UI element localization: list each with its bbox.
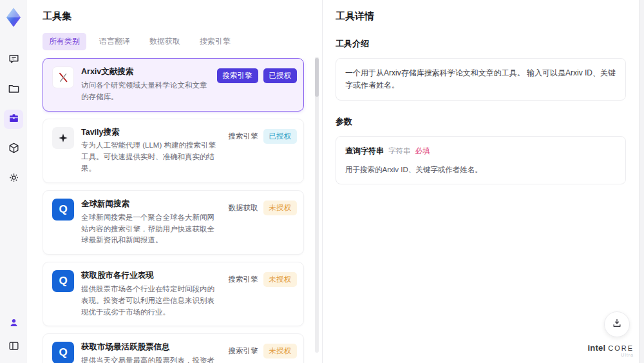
category-badge: 搜索引擎 [217,68,258,83]
tab-data-acquisition[interactable]: 数据获取 [143,33,187,50]
tab-all-categories[interactable]: 所有类别 [43,33,86,50]
core-wordmark: CORE [608,344,634,352]
intel-core-logo: intel CORE Ultra [587,344,634,358]
sidebar-item-chat[interactable] [4,50,23,70]
tool-list-panel: 工具集 所有类别 语言翻译 数据获取 搜索引擎 Arxiv文献搜索 访问各个研究… [27,0,322,363]
sidebar-item-packages[interactable] [4,139,23,159]
param-type: 字符串 [388,145,411,157]
tool-name: 获取股市各行业表现 [81,270,222,281]
panel-toggle-icon [8,340,20,355]
auth-status-badge: 已授权 [263,68,298,83]
auth-status-badge: 未授权 [263,272,298,287]
params-section-title: 参数 [336,116,626,128]
sidebar-nav [4,50,23,188]
param-required-flag: 必填 [415,145,430,157]
param-box: 查询字符串 字符串 必填 用于搜索的Arxiv ID、关键字或作者姓名。 [336,136,626,184]
sidebar-item-panel-toggle[interactable] [4,337,23,357]
auth-status-badge: 未授权 [263,344,298,358]
ultra-wordmark: Ultra [587,353,634,358]
tab-language-translation[interactable]: 语言翻译 [93,33,137,50]
cube-icon [8,142,20,157]
sidebar-rail [0,0,27,363]
sidebar-item-files[interactable] [4,80,23,99]
folder-icon [8,83,20,97]
page-title: 工具集 [43,10,313,23]
intro-box: 一个用于从Arxiv存储库搜索科学论文和文章的工具。 输入可以是Arxiv ID… [336,58,626,101]
tool-card-list: Arxiv文献搜索 访问各个研究领域大量科学论文和文章的存储库。 搜索引擎 已授… [43,58,313,363]
detail-title: 工具详情 [336,10,626,23]
tool-card-tavily[interactable]: Tavily搜索 专为人工智能代理 (LLM) 构建的搜索引擎工具。可快速提供实… [43,119,304,183]
tool-description: 访问各个研究领域大量科学论文和文章的存储库。 [81,80,210,103]
param-name: 查询字符串 [345,145,384,157]
intro-section-title: 工具介绍 [336,38,626,50]
tool-card-global-news[interactable]: Q 全球新闻搜索 全球新闻搜索是一个聚合全球各大新闻网站内容的搜索引擎，帮助用户… [43,190,304,255]
param-description: 用于搜索的Arxiv ID、关键字或作者姓名。 [345,164,616,175]
tool-name: Tavily搜索 [81,127,222,138]
app-logo[interactable] [3,6,24,28]
page-scrollbar[interactable] [639,0,644,363]
category-label: 搜索引擎 [229,272,258,287]
q-blue-icon: Q [52,270,74,292]
arxiv-icon [52,66,74,88]
tool-description: 专为人工智能代理 (LLM) 构建的搜索引擎工具。可快速提供实时、准确和真实的结… [81,140,222,174]
category-label: 搜索引擎 [229,129,258,144]
auth-status-badge: 未授权 [263,201,298,215]
tool-card-active-stocks[interactable]: Q 获取市场最活跃股票信息 提供当天交易量最高的股票列表，投资者可以利用这些信息… [43,333,304,363]
sidebar-item-account[interactable] [4,314,23,333]
sidebar-item-settings[interactable] [4,169,23,188]
category-tabs: 所有类别 语言翻译 数据获取 搜索引擎 [43,33,313,50]
tool-description: 提供股票市场各个行业在特定时间段内的表现。投资者可以利用这些信息来识别表现优于或… [81,284,222,318]
tool-card-stock-sectors[interactable]: Q 获取股市各行业表现 提供股票市场各个行业在特定时间段内的表现。投资者可以利用… [43,262,304,326]
tool-card-arxiv[interactable]: Arxiv文献搜索 访问各个研究领域大量科学论文和文章的存储库。 搜索引擎 已授… [43,58,304,112]
tool-list-scrollbar-thumb[interactable] [315,58,319,97]
app-window: 工具集 所有类别 语言翻译 数据获取 搜索引擎 Arxiv文献搜索 访问各个研究… [0,0,644,363]
user-icon [8,317,20,331]
download-icon [611,317,623,331]
gear-icon [8,172,20,186]
tool-description: 提供当天交易量最高的股票列表，投资者可以利用这些信息来识别流动性强的股票和潜在的… [81,355,222,363]
q-blue-icon: Q [52,199,74,221]
q-blue-icon: Q [52,342,74,363]
sidebar-bottom [4,314,23,357]
category-label: 搜索引擎 [229,344,258,358]
auth-status-badge: 已授权 [263,129,298,144]
tool-detail-panel: 工具详情 工具介绍 一个用于从Arxiv存储库搜索科学论文和文章的工具。 输入可… [322,0,644,363]
tool-name: 全球新闻搜索 [81,199,222,210]
tool-name: 获取市场最活跃股票信息 [81,342,222,353]
tool-description: 全球新闻搜索是一个聚合全球各大新闻网站内容的搜索引擎，帮助用户快速获取全球最新资… [81,212,222,246]
tool-name: Arxiv文献搜索 [81,66,210,77]
category-label: 数据获取 [229,201,258,215]
sidebar-item-tools[interactable] [4,110,23,129]
tavily-star-icon [52,127,74,149]
tab-search-engine[interactable]: 搜索引擎 [193,33,237,50]
tool-list-scrollbar[interactable] [315,57,319,353]
download-button[interactable] [604,311,630,337]
briefcase-icon [8,112,20,127]
intel-wordmark: intel [587,344,605,353]
chat-icon [8,53,20,68]
